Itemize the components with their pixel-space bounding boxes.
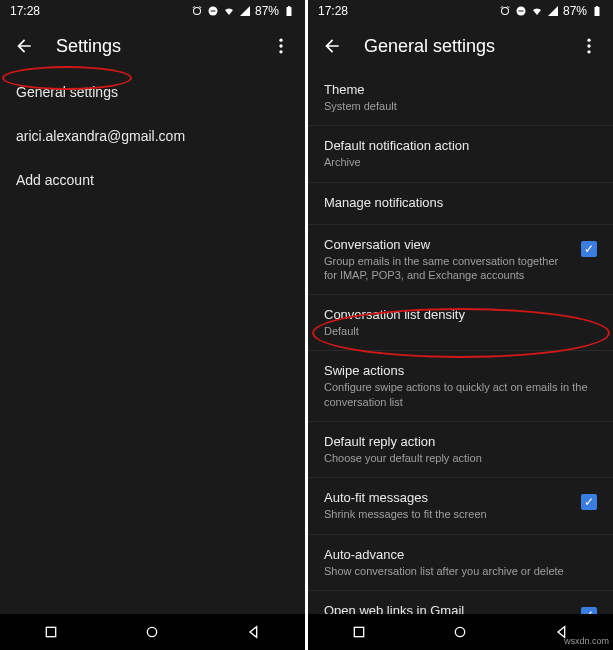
back-button[interactable] bbox=[12, 34, 36, 58]
overflow-menu[interactable] bbox=[269, 34, 293, 58]
setting-title: Swipe actions bbox=[324, 363, 597, 378]
svg-rect-7 bbox=[46, 627, 55, 636]
more-vert-icon bbox=[271, 36, 291, 56]
checkbox[interactable] bbox=[581, 607, 597, 614]
account-item[interactable]: arici.alexandra@gmail.com bbox=[0, 114, 305, 158]
general-settings-screen: 17:28 87% General settings Theme System … bbox=[308, 0, 613, 650]
auto-fit-messages-item[interactable]: Auto-fit messages Shrink messages to fit… bbox=[308, 478, 613, 534]
settings-list: General settings arici.alexandra@gmail.c… bbox=[0, 70, 305, 614]
default-notification-action-item[interactable]: Default notification action Archive bbox=[308, 126, 613, 182]
auto-advance-item[interactable]: Auto-advance Show conversation list afte… bbox=[308, 535, 613, 591]
setting-sub: System default bbox=[324, 99, 597, 113]
status-time: 17:28 bbox=[318, 4, 348, 18]
setting-title: Auto-fit messages bbox=[324, 490, 571, 505]
nav-home-icon[interactable] bbox=[452, 624, 468, 640]
svg-rect-2 bbox=[287, 7, 292, 16]
setting-title: Default notification action bbox=[324, 138, 597, 153]
manage-notifications-item[interactable]: Manage notifications bbox=[308, 183, 613, 225]
open-web-links-item[interactable]: Open web links in Gmail Turn on for fast… bbox=[308, 591, 613, 614]
svg-point-8 bbox=[148, 627, 157, 636]
battery-icon bbox=[591, 5, 603, 17]
settings-screen: 17:28 87% Settings General settings aric… bbox=[0, 0, 305, 650]
page-title: General settings bbox=[364, 36, 557, 57]
svg-rect-10 bbox=[518, 11, 523, 12]
dnd-icon bbox=[515, 5, 527, 17]
setting-title: Manage notifications bbox=[324, 195, 597, 210]
signal-icon bbox=[547, 5, 559, 17]
overflow-menu[interactable] bbox=[577, 34, 601, 58]
back-arrow-icon bbox=[322, 36, 342, 56]
back-button[interactable] bbox=[320, 34, 344, 58]
dnd-icon bbox=[207, 5, 219, 17]
setting-title: Theme bbox=[324, 82, 597, 97]
svg-point-4 bbox=[279, 39, 282, 42]
setting-sub: Default bbox=[324, 324, 597, 338]
svg-rect-3 bbox=[288, 6, 290, 7]
wifi-icon bbox=[531, 5, 543, 17]
battery-icon bbox=[283, 5, 295, 17]
theme-item[interactable]: Theme System default bbox=[308, 70, 613, 126]
conversation-view-item[interactable]: Conversation view Group emails in the sa… bbox=[308, 225, 613, 296]
setting-title: Auto-advance bbox=[324, 547, 597, 562]
nav-bar bbox=[0, 614, 305, 650]
svg-point-13 bbox=[587, 39, 590, 42]
svg-point-5 bbox=[279, 44, 282, 47]
setting-title: Default reply action bbox=[324, 434, 597, 449]
setting-title: Conversation list density bbox=[324, 307, 597, 322]
setting-sub: Configure swipe actions to quickly act o… bbox=[324, 380, 597, 409]
add-account-item[interactable]: Add account bbox=[0, 158, 305, 202]
setting-title: Open web links in Gmail bbox=[324, 603, 571, 614]
more-vert-icon bbox=[579, 36, 599, 56]
svg-point-17 bbox=[456, 627, 465, 636]
setting-sub: Shrink messages to fit the screen bbox=[324, 507, 571, 521]
alarm-icon bbox=[499, 5, 511, 17]
nav-back-icon[interactable] bbox=[246, 624, 262, 640]
svg-rect-16 bbox=[354, 627, 363, 636]
signal-icon bbox=[239, 5, 251, 17]
alarm-icon bbox=[191, 5, 203, 17]
wifi-icon bbox=[223, 5, 235, 17]
status-time: 17:28 bbox=[10, 4, 40, 18]
svg-point-14 bbox=[587, 44, 590, 47]
svg-rect-12 bbox=[596, 6, 598, 7]
app-bar: General settings bbox=[308, 22, 613, 70]
status-icons: 87% bbox=[191, 4, 295, 18]
setting-sub: Group emails in the same conversation to… bbox=[324, 254, 571, 283]
nav-recent-icon[interactable] bbox=[43, 624, 59, 640]
general-settings-item[interactable]: General settings bbox=[0, 70, 305, 114]
swipe-actions-item[interactable]: Swipe actions Configure swipe actions to… bbox=[308, 351, 613, 422]
status-bar: 17:28 87% bbox=[308, 0, 613, 22]
checkbox[interactable] bbox=[581, 494, 597, 510]
nav-home-icon[interactable] bbox=[144, 624, 160, 640]
watermark: wsxdn.com bbox=[564, 636, 609, 646]
setting-sub: Show conversation list after you archive… bbox=[324, 564, 597, 578]
svg-point-6 bbox=[279, 50, 282, 53]
battery-text: 87% bbox=[255, 4, 279, 18]
page-title: Settings bbox=[56, 36, 249, 57]
setting-sub: Choose your default reply action bbox=[324, 451, 597, 465]
battery-text: 87% bbox=[563, 4, 587, 18]
conversation-list-density-item[interactable]: Conversation list density Default bbox=[308, 295, 613, 351]
back-arrow-icon bbox=[14, 36, 34, 56]
status-icons: 87% bbox=[499, 4, 603, 18]
nav-recent-icon[interactable] bbox=[351, 624, 367, 640]
svg-point-15 bbox=[587, 50, 590, 53]
setting-title: Conversation view bbox=[324, 237, 571, 252]
settings-list: Theme System default Default notificatio… bbox=[308, 70, 613, 614]
svg-rect-1 bbox=[210, 11, 215, 12]
checkbox[interactable] bbox=[581, 241, 597, 257]
default-reply-action-item[interactable]: Default reply action Choose your default… bbox=[308, 422, 613, 478]
status-bar: 17:28 87% bbox=[0, 0, 305, 22]
svg-rect-11 bbox=[595, 7, 600, 16]
setting-sub: Archive bbox=[324, 155, 597, 169]
app-bar: Settings bbox=[0, 22, 305, 70]
